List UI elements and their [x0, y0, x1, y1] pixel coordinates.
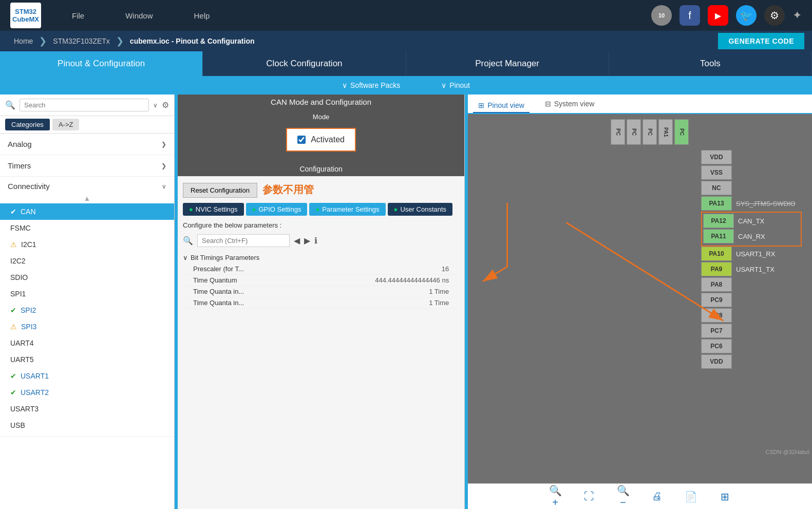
- pin-row-pa12: PA12 CAN_TX: [703, 214, 800, 228]
- params-description: Configure the below parameters :: [178, 218, 464, 232]
- analog-label: Analog: [8, 140, 32, 148]
- pin-row-vdd: VDD: [701, 150, 802, 164]
- sidebar-item-i2c1[interactable]: ⚠ I2C1: [0, 236, 174, 253]
- menu-help[interactable]: Help: [194, 11, 210, 20]
- sidebar-item-spi1[interactable]: SPI1: [0, 286, 174, 302]
- sidebar-item-usart3[interactable]: USART3: [0, 401, 174, 417]
- sidebar-item-spi3[interactable]: ⚠ SPI3: [0, 318, 174, 335]
- pin-pa1: PA1: [658, 119, 673, 145]
- categories-tab[interactable]: Categories: [5, 119, 50, 130]
- time-quanta-in2-value: 1 Time: [429, 299, 449, 307]
- right-panel: ⊞ Pinout view ⊟ System view PC PC PC PA1…: [468, 95, 812, 509]
- activated-label: Activated: [311, 135, 345, 144]
- pin-pc6: PC6: [701, 339, 732, 353]
- pin-row-pc6: PC6: [701, 339, 802, 353]
- sidebar-item-usart1[interactable]: ✔ USART1: [0, 368, 174, 384]
- fit-button[interactable]: ⛶: [580, 487, 598, 506]
- export2-button[interactable]: 📄: [682, 487, 700, 506]
- tab-pinout[interactable]: Pinout & Configuration: [0, 51, 203, 76]
- bit-timings-section: ∨ Bit Timings Parameters Prescaler (for …: [178, 249, 464, 311]
- grid-button[interactable]: ⊞: [715, 487, 734, 506]
- config-buttons-row: Reset Configuration 参数不用管: [178, 180, 464, 200]
- star-icon[interactable]: ✦: [792, 9, 802, 22]
- zoom-in-button[interactable]: 🔍+: [546, 487, 564, 506]
- system-view-label: System view: [554, 100, 595, 108]
- param-check-icon: ●: [315, 205, 319, 213]
- logo-cubemx: CubeMX: [12, 15, 39, 23]
- menu-window[interactable]: Window: [125, 11, 153, 20]
- param-search-input[interactable]: [197, 234, 290, 247]
- user-constants-tab[interactable]: ● User Constants: [388, 203, 452, 216]
- zoom-in-icon: 🔍+: [546, 484, 564, 508]
- reset-config-button[interactable]: Reset Configuration: [183, 183, 257, 198]
- system-view-tab[interactable]: ⊟ System view: [540, 97, 600, 110]
- activated-checkbox[interactable]: [297, 136, 306, 144]
- watermark: CSDN @32Habzi: [765, 449, 809, 455]
- mode-section-label: Mode: [183, 111, 459, 123]
- top-menu-bar: STM32 CubeMX File Window Help 10 f ▶ 🐦 ⚙…: [0, 0, 812, 31]
- can-label: CAN: [21, 208, 36, 216]
- pin-nc: NC: [701, 181, 732, 195]
- logo-stm32: STM32: [15, 8, 36, 15]
- pin-pc-green: PC: [674, 119, 689, 145]
- pin-row-pa11: PA11 CAN_RX: [703, 229, 800, 243]
- sidebar-item-i2c2[interactable]: I2C2: [0, 253, 174, 269]
- pinout-item[interactable]: ∨ Pinout: [441, 81, 470, 89]
- twitter-icon[interactable]: 🐦: [736, 5, 757, 26]
- pinout-view-tab[interactable]: ⊞ Pinout view: [473, 99, 530, 113]
- connectivity-chevron: ∨: [162, 183, 166, 190]
- nvic-settings-tab[interactable]: ● NVIC Settings: [183, 203, 244, 216]
- gpio-tab-label: GPIO Settings: [258, 205, 301, 213]
- config-title: Configuration: [178, 162, 464, 176]
- software-packs-item[interactable]: ∨ Software Packs: [342, 81, 400, 89]
- sidebar-item-spi2[interactable]: ✔ SPI2: [0, 302, 174, 318]
- search-dropdown-arrow[interactable]: ∨: [153, 102, 158, 109]
- sidebar-item-uart4[interactable]: UART4: [0, 335, 174, 351]
- az-tab[interactable]: A->Z: [52, 119, 80, 130]
- sidebar-item-usb[interactable]: USB: [0, 417, 174, 433]
- tab-project[interactable]: Project Manager: [406, 51, 609, 76]
- pin-row-pc9: PC9: [701, 293, 802, 307]
- zoom-out-button[interactable]: 🔍−: [614, 487, 632, 506]
- facebook-icon[interactable]: f: [679, 5, 700, 26]
- i2c1-label: I2C1: [21, 240, 36, 249]
- breadcrumb-device[interactable]: STM32F103ZETx: [47, 37, 116, 45]
- gear-icon[interactable]: ⚙: [162, 100, 169, 110]
- gpio-settings-tab[interactable]: ● GPIO Settings: [246, 203, 308, 216]
- i2c2-label: I2C2: [10, 257, 26, 265]
- parameter-settings-tab[interactable]: ● Parameter Settings: [309, 203, 385, 216]
- search-prev-icon[interactable]: ◀: [294, 236, 300, 246]
- software-packs-label: Software Packs: [350, 81, 400, 89]
- menu-file[interactable]: File: [72, 11, 84, 20]
- bit-timings-header[interactable]: ∨ Bit Timings Parameters: [183, 252, 459, 263]
- generate-code-button[interactable]: GENERATE CODE: [718, 33, 804, 49]
- breadcrumb-home[interactable]: Home: [8, 37, 39, 45]
- sidebar-item-uart5[interactable]: UART5: [0, 351, 174, 368]
- sidebar-item-can[interactable]: ✔ CAN: [0, 203, 174, 220]
- search-small-icon: 🔍: [183, 236, 193, 246]
- connectivity-header[interactable]: Connectivity ∨: [0, 177, 174, 193]
- sidebar-item-fsmc[interactable]: FSMC: [0, 220, 174, 236]
- search-next-icon[interactable]: ▶: [304, 236, 310, 246]
- content-area: 🔍 ∨ ⚙ Categories A->Z Analog ❯ Timers ❯: [0, 95, 812, 509]
- sidebar-analog-header[interactable]: Analog ❯: [0, 134, 174, 155]
- sidebar-timers-header[interactable]: Timers ❯: [0, 155, 174, 176]
- mode-wrapper: Activated: [183, 123, 459, 157]
- github-icon[interactable]: ⚙: [764, 5, 785, 26]
- sidebar-item-usart2[interactable]: ✔ USART2: [0, 384, 174, 401]
- tab-tools[interactable]: Tools: [609, 51, 812, 76]
- pin-row-pa8: PA8: [701, 277, 802, 292]
- tab-clock[interactable]: Clock Configuration: [203, 51, 406, 76]
- breadcrumb-project[interactable]: cubemx.ioc - Pinout & Configuration: [124, 37, 261, 45]
- youtube-icon[interactable]: ▶: [708, 5, 728, 26]
- sidebar-item-sdio[interactable]: SDIO: [0, 269, 174, 286]
- pin-pa9: PA9: [701, 262, 732, 276]
- search-input[interactable]: [20, 99, 149, 111]
- center-panel: CAN Mode and Configuration Mode Activate…: [178, 95, 465, 509]
- export1-button[interactable]: 🖨: [648, 487, 666, 506]
- pin-pc9: PC9: [701, 293, 732, 307]
- sdio-label: SDIO: [10, 273, 28, 281]
- param-search-bar: 🔍 ◀ ▶ ℹ: [178, 232, 464, 249]
- category-tabs: Categories A->Z: [0, 116, 174, 134]
- param-tab-label: Parameter Settings: [322, 205, 379, 213]
